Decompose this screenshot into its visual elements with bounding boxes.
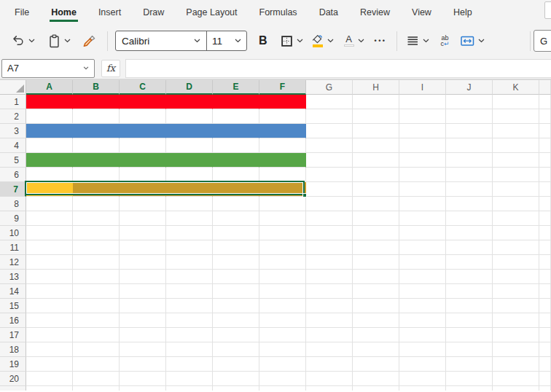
cell-K18[interactable] (493, 342, 539, 357)
cell-E10[interactable] (213, 226, 259, 240)
cell-B5[interactable] (73, 153, 120, 168)
cell-I10[interactable] (399, 226, 446, 240)
cell-F20[interactable] (259, 372, 306, 386)
cell-K16[interactable] (493, 313, 539, 328)
cell-B10[interactable] (73, 226, 120, 240)
column-header-H[interactable]: H (353, 80, 399, 95)
row-header-10[interactable]: 10 (0, 226, 26, 240)
column-header-B[interactable]: B (73, 80, 120, 95)
cell-A12[interactable] (26, 255, 73, 270)
cell-I15[interactable] (399, 299, 446, 313)
cell-C19[interactable] (120, 357, 166, 372)
cell-F5[interactable] (259, 153, 306, 168)
cell-A15[interactable] (26, 299, 73, 313)
cell-H11[interactable] (353, 240, 399, 255)
column-header-F[interactable]: F (259, 80, 306, 95)
cell-J5[interactable] (446, 153, 493, 168)
cell-A17[interactable] (26, 328, 73, 342)
cell-I5[interactable] (399, 153, 446, 168)
cell-K14[interactable] (493, 284, 539, 299)
cell-H[interactable] (353, 386, 399, 391)
cell-J14[interactable] (446, 284, 493, 299)
cell-J8[interactable] (446, 197, 493, 211)
cell-E3[interactable] (213, 124, 259, 138)
cell-C11[interactable] (120, 240, 166, 255)
font-name-select[interactable]: Calibri (116, 31, 206, 50)
number-format-button-partial[interactable]: G (534, 30, 551, 52)
cell-F6[interactable] (259, 168, 306, 182)
cell-B13[interactable] (73, 270, 120, 284)
cell-D15[interactable] (166, 299, 213, 313)
cell-offscreen20[interactable] (539, 372, 551, 386)
cell-A14[interactable] (26, 284, 73, 299)
cell-J2[interactable] (446, 109, 493, 124)
cell-D5[interactable] (166, 153, 213, 168)
cell-J16[interactable] (446, 313, 493, 328)
cell-K15[interactable] (493, 299, 539, 313)
cell-B14[interactable] (73, 284, 120, 299)
cell-I4[interactable] (399, 138, 446, 153)
cell-A8[interactable] (26, 197, 73, 211)
cell-C16[interactable] (120, 313, 166, 328)
column-header-C[interactable]: C (120, 80, 166, 95)
cell-I7[interactable] (399, 182, 446, 197)
cell-C2[interactable] (120, 109, 166, 124)
cell-C3[interactable] (120, 124, 166, 138)
cell-K7[interactable] (493, 182, 539, 197)
borders-button[interactable] (281, 35, 303, 47)
cell-B20[interactable] (73, 372, 120, 386)
cell-E20[interactable] (213, 372, 259, 386)
cell-G20[interactable] (306, 372, 353, 386)
cell-K1[interactable] (493, 95, 539, 109)
cell-A19[interactable] (26, 357, 73, 372)
cell-A16[interactable] (26, 313, 73, 328)
column-header-E[interactable]: E (213, 80, 259, 95)
cell-A3[interactable] (26, 124, 73, 138)
cell-I3[interactable] (399, 124, 446, 138)
cell-D2[interactable] (166, 109, 213, 124)
fill-handle[interactable] (302, 193, 307, 197)
cell-offscreen19[interactable] (539, 357, 551, 372)
cell-F2[interactable] (259, 109, 306, 124)
name-box[interactable]: A7 (1, 59, 95, 78)
tab-help[interactable]: Help (453, 0, 472, 24)
cell-C5[interactable] (120, 153, 166, 168)
row-header-14[interactable]: 14 (0, 284, 26, 299)
row-header-6[interactable]: 6 (0, 168, 26, 182)
cell-I8[interactable] (399, 197, 446, 211)
cell-D16[interactable] (166, 313, 213, 328)
cell-G1[interactable] (306, 95, 353, 109)
cell-E17[interactable] (213, 328, 259, 342)
cell-B4[interactable] (73, 138, 120, 153)
alignment-button[interactable] (407, 36, 429, 46)
cell-D14[interactable] (166, 284, 213, 299)
cell-K5[interactable] (493, 153, 539, 168)
cell-B12[interactable] (73, 255, 120, 270)
cell-J20[interactable] (446, 372, 493, 386)
cell-E1[interactable] (213, 95, 259, 109)
cell-offscreen2[interactable] (539, 109, 551, 124)
cell-B6[interactable] (73, 168, 120, 182)
cell-A1[interactable] (26, 95, 73, 109)
cell-C15[interactable] (120, 299, 166, 313)
cell-I16[interactable] (399, 313, 446, 328)
cell-J3[interactable] (446, 124, 493, 138)
cell-K11[interactable] (493, 240, 539, 255)
cell-offscreen3[interactable] (539, 124, 551, 138)
cell-K10[interactable] (493, 226, 539, 240)
cell-I6[interactable] (399, 168, 446, 182)
cell-K12[interactable] (493, 255, 539, 270)
cell-G11[interactable] (306, 240, 353, 255)
cell-D18[interactable] (166, 342, 213, 357)
cell-C14[interactable] (120, 284, 166, 299)
cell-J4[interactable] (446, 138, 493, 153)
cell-K13[interactable] (493, 270, 539, 284)
cell-C13[interactable] (120, 270, 166, 284)
cell-F16[interactable] (259, 313, 306, 328)
cell-G6[interactable] (306, 168, 353, 182)
cell-F12[interactable] (259, 255, 306, 270)
cell-H8[interactable] (353, 197, 399, 211)
cell-D4[interactable] (166, 138, 213, 153)
cell-F8[interactable] (259, 197, 306, 211)
cell-G12[interactable] (306, 255, 353, 270)
